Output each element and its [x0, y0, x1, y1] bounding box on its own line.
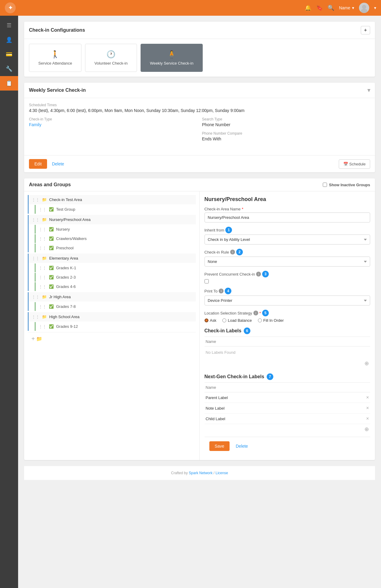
tree-group-preschool: ⋮⋮ ✅ Preschool: [35, 244, 196, 252]
sidebar-item-docs[interactable]: ☰: [0, 18, 18, 33]
tree-group-item-46[interactable]: ⋮⋮ ✅ Grades 4-6: [36, 282, 196, 291]
panel-title: Nursery/Preschool Area: [205, 196, 370, 203]
bell-icon[interactable]: 🔔: [305, 5, 311, 11]
delete-button[interactable]: Delete: [48, 159, 68, 169]
checkin-rule-select[interactable]: None: [205, 257, 370, 267]
check-icon-k1: ✅: [49, 266, 54, 270]
areas-groups-body: ⋮⋮ 📁 Check-in Test Area ⋮⋮ ✅ Test Group: [24, 191, 375, 460]
schedule-button[interactable]: 📅 Schedule: [339, 159, 370, 169]
sidebar-item-finance[interactable]: 💳: [0, 47, 18, 62]
radio-ask-input[interactable]: [205, 318, 208, 322]
checkin-area-name-input[interactable]: [205, 213, 370, 222]
checkin-rule-label-row: Check-in Rule i 2: [205, 249, 370, 255]
logo[interactable]: ✦: [5, 2, 16, 13]
config-tile-service-attendance[interactable]: 🚶 Service Attendance: [29, 44, 81, 72]
tree-area-jr-high-header[interactable]: ⋮⋮ 📁 Jr High Area: [29, 292, 196, 302]
check-icon-78: ✅: [49, 304, 54, 309]
checkin-test-area-label: Check-in Test Area: [49, 197, 82, 202]
sidebar-item-checkin[interactable]: 📋: [0, 76, 18, 91]
svg-point-0: [362, 5, 366, 9]
bookmark-icon[interactable]: 🔖: [316, 5, 323, 11]
schedule-label: Schedule: [349, 162, 366, 166]
radio-fill-in-order[interactable]: Fill In Order: [258, 318, 284, 323]
nextgen-label-row-1: Note Label ×: [205, 403, 370, 414]
print-to-select[interactable]: Device Printer: [205, 296, 370, 305]
chevron-down-icon: ▾: [352, 5, 354, 10]
tree-group-item-nursery[interactable]: ⋮⋮ ✅ Nursery: [36, 225, 196, 234]
drag-icon-2: ⋮⋮: [39, 207, 46, 212]
remove-child-label-button[interactable]: ×: [366, 416, 369, 421]
prevent-concurrent-info-icon[interactable]: i: [256, 272, 261, 276]
add-nextgen-label-button[interactable]: ⊕: [205, 424, 370, 434]
tree-group-item-912[interactable]: ⋮⋮ ✅ Grades 9-12: [36, 322, 196, 331]
grades-912-label: Grades 9-12: [56, 324, 78, 329]
remove-note-label-button[interactable]: ×: [366, 405, 369, 411]
add-checkin-label-button[interactable]: ⊕: [205, 358, 370, 369]
show-inactive-checkbox[interactable]: [323, 183, 327, 187]
tree-area-elementary: ⋮⋮ 📁 Elementary Area ⋮⋮ ✅ Grades K-1: [28, 254, 196, 291]
add-folder-icon[interactable]: 📁: [36, 336, 42, 342]
radio-ask[interactable]: Ask: [205, 318, 217, 323]
inherit-from-select-wrapper: Check in by Ability Level: [205, 235, 370, 244]
checkin-rule-info-icon[interactable]: i: [230, 250, 235, 254]
nextgen-label-row-2: Child Label ×: [205, 414, 370, 424]
add-area-icon[interactable]: +: [31, 335, 35, 342]
right-panel-delete-button[interactable]: Delete: [232, 441, 251, 451]
tree-area-elementary-header[interactable]: ⋮⋮ 📁 Elementary Area: [29, 254, 196, 263]
page-footer: Crafted by Spark Network / License: [24, 466, 375, 480]
right-panel-save-bar: Save Delete: [205, 437, 370, 455]
folder-icon-5: 📁: [42, 315, 47, 319]
print-to-info-icon[interactable]: i: [219, 289, 224, 293]
radio-fill-in-order-input[interactable]: [258, 318, 262, 322]
scheduled-times-value: 4:30 (test), 4:30pm, 6:00 (test), 6:00pm…: [29, 108, 370, 113]
checkin-area-name-label: Check-in Area Name: [205, 207, 241, 211]
grades-78-label: Grades 7-8: [56, 304, 76, 309]
sidebar-item-tools[interactable]: 🔧: [0, 62, 18, 76]
drag-icon: ⋮⋮: [32, 197, 40, 202]
radio-load-balance[interactable]: Load Balance: [222, 318, 252, 323]
location-strategy-info-icon[interactable]: i: [253, 311, 258, 315]
tools-icon: 🔧: [6, 66, 12, 72]
print-to-select-wrapper: Device Printer: [205, 296, 370, 305]
tree-area-nursery-preschool-header[interactable]: ⋮⋮ 📁 Nursery/Preschool Area: [29, 215, 196, 224]
tree-group-item-78[interactable]: ⋮⋮ ✅ Grades 7-8: [36, 302, 196, 311]
tree-group-78: ⋮⋮ ✅ Grades 7-8: [35, 302, 196, 311]
avatar[interactable]: [359, 3, 369, 13]
checkin-area-name-label-row: Check-in Area Name *: [205, 207, 370, 211]
nextgen-labels-badge: 7: [267, 373, 273, 380]
inherit-from-select[interactable]: Check in by Ability Level: [205, 235, 370, 244]
user-menu[interactable]: Name ▾: [339, 5, 354, 10]
config-tiles: 🚶 Service Attendance 🕐 Volunteer Check-i…: [29, 44, 370, 72]
inherit-from-label: Inherit from: [205, 228, 224, 232]
config-tile-volunteer-checkin[interactable]: 🕐 Volunteer Check-in: [85, 44, 137, 72]
checkin-labels-col: Name: [206, 339, 216, 344]
tree-area-checkin-test-header[interactable]: ⋮⋮ 📁 Check-in Test Area: [29, 195, 196, 204]
location-strategy-radio-group: Ask Load Balance Fill In Order: [205, 318, 370, 323]
tree-group-item-crawlers[interactable]: ⋮⋮ ✅ Crawlers/Walkers: [36, 234, 196, 243]
collapse-icon[interactable]: ▾: [367, 87, 370, 94]
location-strategy-label-row: Location Selection Strategy i * 5: [205, 310, 370, 316]
volunteer-checkin-label: Volunteer Check-in: [94, 61, 128, 66]
search-icon[interactable]: 🔍: [328, 5, 334, 11]
remove-parent-label-button[interactable]: ×: [366, 395, 369, 400]
save-button[interactable]: Save: [209, 441, 230, 451]
drag-icon-12: ⋮⋮: [39, 304, 46, 309]
phone-compare-row: Phone Number Compare Ends With: [202, 131, 370, 141]
add-area-footer: + 📁: [28, 332, 196, 345]
tree-area-high-school-header[interactable]: ⋮⋮ 📁 High School Area: [29, 312, 196, 321]
tree-group-item-23[interactable]: ⋮⋮ ✅ Grades 2-3: [36, 273, 196, 282]
tree-group-item-preschool[interactable]: ⋮⋮ ✅ Preschool: [36, 244, 196, 252]
spark-network-link[interactable]: Spark Network: [189, 471, 213, 475]
radio-load-balance-input[interactable]: [222, 318, 226, 322]
tree-group-item-test[interactable]: ⋮⋮ ✅ Test Group: [36, 205, 196, 214]
config-tile-weekly-service[interactable]: 🧍 Weekly Service Check-in: [141, 44, 203, 72]
license-link[interactable]: License: [216, 471, 228, 475]
drag-icon-5: ⋮⋮: [39, 236, 46, 241]
edit-button[interactable]: Edit: [29, 159, 47, 169]
prevent-concurrent-checkbox[interactable]: [205, 279, 209, 283]
add-config-button[interactable]: +: [361, 26, 370, 34]
check-icon-test: ✅: [49, 207, 54, 212]
tree-group-item-k1[interactable]: ⋮⋮ ✅ Grades K-1: [36, 264, 196, 272]
sidebar-item-person[interactable]: 👤: [0, 33, 18, 47]
scheduled-times-row: Scheduled Times 4:30 (test), 4:30pm, 6:0…: [29, 103, 370, 113]
